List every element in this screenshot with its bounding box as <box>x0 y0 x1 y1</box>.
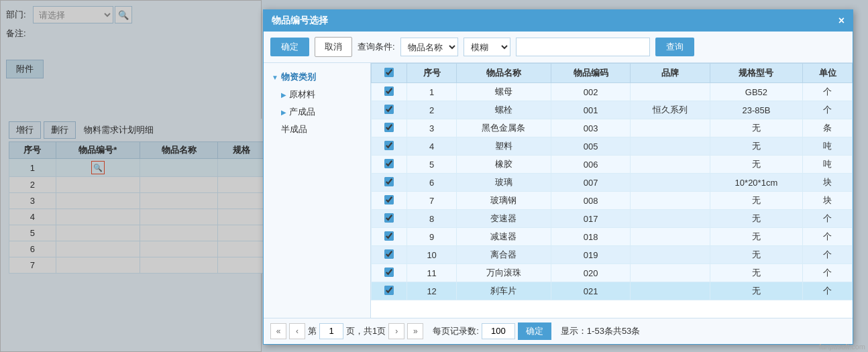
page-number-input[interactable] <box>319 323 343 339</box>
last-page-btn[interactable]: » <box>407 323 423 339</box>
cell-brand <box>631 137 710 156</box>
pagination: « ‹ 第 页，共1页 › » 每页记录数: 确定 显示：1-53条共53条 <box>264 318 853 343</box>
page-display-info: 显示：1-53条共53条 <box>561 325 640 337</box>
table-panel: 序号 物品名称 物品编码 品牌 规格型号 单位 1螺母002GB52个2螺栓00… <box>371 63 853 318</box>
cell-unit: 块 <box>803 174 853 192</box>
cell-seq: 2 <box>407 101 457 119</box>
cell-checkbox[interactable] <box>372 119 407 137</box>
select-all-checkbox[interactable] <box>384 68 394 77</box>
cell-spec: GB52 <box>710 83 802 101</box>
cell-unit: 吨 <box>803 137 853 156</box>
query-match-select[interactable]: 模糊 精确 <box>464 38 510 56</box>
cell-spec: 无 <box>710 119 802 137</box>
cell-code: 003 <box>551 119 630 137</box>
tree-child-finished[interactable]: ▶ 产成品 <box>268 103 366 121</box>
row-checkbox[interactable] <box>384 268 394 277</box>
row-checkbox[interactable] <box>384 123 394 132</box>
table-row: 2螺栓001恒久系列23-85B个 <box>372 101 853 119</box>
cell-brand <box>631 246 710 264</box>
tree-arrow-root: ▼ <box>272 74 278 81</box>
cell-checkbox[interactable] <box>372 228 407 246</box>
modal-close-btn[interactable]: × <box>838 15 845 27</box>
cell-code: 001 <box>551 101 630 119</box>
cell-spec: 无 <box>710 137 802 156</box>
table-row: 6玻璃00710*20*1cm块 <box>372 174 853 192</box>
cell-name: 刹车片 <box>457 282 551 300</box>
page-confirm-btn[interactable]: 确定 <box>518 322 551 340</box>
tree-root[interactable]: ▼ 物资类别 <box>268 68 366 86</box>
cell-spec: 无 <box>710 156 802 174</box>
item-select-modal: 物品编号选择 × 确定 取消 查询条件: 物品名称 物品编码 品牌 规格型号 模… <box>263 9 853 345</box>
tree-child-raw[interactable]: ▶ 原材料 <box>268 86 366 103</box>
modal-content: ▼ 物资类别 ▶ 原材料 ▶ 产成品 半成品 序号 <box>264 63 853 318</box>
page-label: 第 <box>308 325 317 337</box>
query-field-select[interactable]: 物品名称 物品编码 品牌 规格型号 <box>400 38 458 56</box>
th-seq: 序号 <box>407 64 457 83</box>
modal-title: 物品编号选择 <box>272 15 328 27</box>
cell-seq: 5 <box>407 156 457 174</box>
cell-brand <box>631 174 710 192</box>
row-checkbox[interactable] <box>384 213 394 223</box>
cell-seq: 3 <box>407 119 457 137</box>
tree-arrow-finished: ▶ <box>281 109 286 116</box>
cell-checkbox[interactable] <box>372 83 407 101</box>
row-checkbox[interactable] <box>384 195 394 204</box>
cell-checkbox[interactable] <box>372 101 407 119</box>
cell-unit: 个 <box>803 246 853 264</box>
table-row: 12刹车片021无个 <box>372 282 853 300</box>
modal-cancel-btn[interactable]: 取消 <box>315 37 352 57</box>
first-page-btn[interactable]: « <box>270 323 286 339</box>
row-checkbox[interactable] <box>384 159 394 168</box>
cell-seq: 10 <box>407 246 457 264</box>
tree-child-raw-label: 原材料 <box>289 89 315 101</box>
row-checkbox[interactable] <box>384 231 394 241</box>
cell-checkbox[interactable] <box>372 192 407 210</box>
cell-checkbox[interactable] <box>372 174 407 192</box>
cell-checkbox[interactable] <box>372 210 407 228</box>
th-unit: 单位 <box>803 64 853 83</box>
th-spec: 规格型号 <box>710 64 802 83</box>
cell-brand <box>631 156 710 174</box>
next-page-btn[interactable]: › <box>388 323 404 339</box>
prev-page-btn[interactable]: ‹ <box>289 323 305 339</box>
tree-child-semi[interactable]: 半成品 <box>268 121 366 138</box>
cell-checkbox[interactable] <box>372 282 407 300</box>
cell-checkbox[interactable] <box>372 137 407 156</box>
cell-name: 玻璃钢 <box>457 192 551 210</box>
cell-unit: 块 <box>803 192 853 210</box>
cell-code: 021 <box>551 282 630 300</box>
row-checkbox[interactable] <box>384 141 394 150</box>
cell-code: 017 <box>551 210 630 228</box>
table-row: 3黑色金属条003无条 <box>372 119 853 137</box>
cell-spec: 无 <box>710 246 802 264</box>
query-btn[interactable]: 查询 <box>655 38 694 56</box>
modal-confirm-btn[interactable]: 确定 <box>270 38 309 56</box>
th-name: 物品名称 <box>457 64 551 83</box>
cell-code: 007 <box>551 174 630 192</box>
table-row: 7玻璃钢008无块 <box>372 192 853 210</box>
modal-toolbar: 确定 取消 查询条件: 物品名称 物品编码 品牌 规格型号 模糊 精确 查询 <box>264 32 853 63</box>
cell-checkbox[interactable] <box>372 246 407 264</box>
cell-name: 橡胶 <box>457 156 551 174</box>
cell-seq: 1 <box>407 83 457 101</box>
cell-seq: 7 <box>407 192 457 210</box>
cell-checkbox[interactable] <box>372 156 407 174</box>
cell-name: 玻璃 <box>457 174 551 192</box>
row-checkbox[interactable] <box>384 105 394 114</box>
row-checkbox[interactable] <box>384 86 394 96</box>
cell-seq: 6 <box>407 174 457 192</box>
cell-checkbox[interactable] <box>372 264 407 282</box>
row-checkbox[interactable] <box>384 177 394 186</box>
row-checkbox[interactable] <box>384 286 394 295</box>
row-checkbox[interactable] <box>384 249 394 259</box>
cell-seq: 4 <box>407 137 457 156</box>
records-label: 每页记录数: <box>433 325 479 337</box>
table-row: 11万向滚珠020无个 <box>372 264 853 282</box>
tree-child-finished-label: 产成品 <box>289 106 315 118</box>
cell-name: 离合器 <box>457 246 551 264</box>
cell-code: 006 <box>551 156 630 174</box>
table-row: 9减速器018无个 <box>372 228 853 246</box>
records-per-page-input[interactable] <box>482 323 515 339</box>
query-input[interactable] <box>516 38 650 56</box>
cell-brand <box>631 228 710 246</box>
